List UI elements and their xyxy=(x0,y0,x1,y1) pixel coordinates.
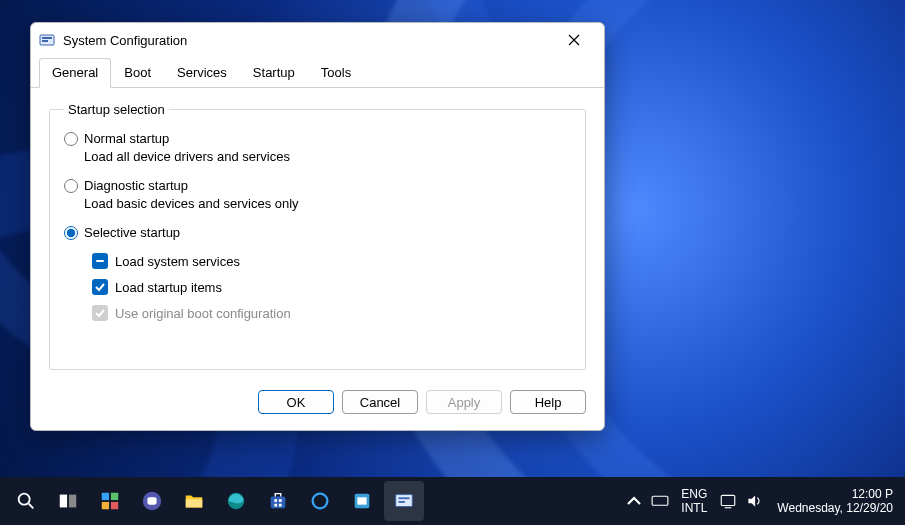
radio-input[interactable] xyxy=(64,179,78,193)
check-use-original-boot: Use original boot configuration xyxy=(92,305,571,321)
widgets-icon[interactable] xyxy=(90,481,130,521)
svg-line-4 xyxy=(29,504,34,509)
keyboard-icon[interactable] xyxy=(651,492,669,510)
radio-diagnostic-startup[interactable]: Diagnostic startup xyxy=(64,178,571,193)
msconfig-taskbar-icon[interactable] xyxy=(384,481,424,521)
startup-selection-group: Startup selection Normal startup Load al… xyxy=(49,102,586,370)
svg-rect-22 xyxy=(357,497,366,504)
radio-input[interactable] xyxy=(64,132,78,146)
store-icon[interactable] xyxy=(258,481,298,521)
radio-desc: Load basic devices and services only xyxy=(84,196,571,211)
svg-rect-24 xyxy=(399,497,410,499)
tab-content: Startup selection Normal startup Load al… xyxy=(31,88,604,380)
button-label: Cancel xyxy=(360,395,400,410)
check-load-startup-items[interactable]: Load startup items xyxy=(92,279,571,295)
app-icon[interactable] xyxy=(342,481,382,521)
group-legend: Startup selection xyxy=(64,102,169,117)
check-label: Use original boot configuration xyxy=(115,306,291,321)
check-label: Load startup items xyxy=(115,280,222,295)
apply-button[interactable]: Apply xyxy=(426,390,502,414)
svg-rect-26 xyxy=(652,497,668,506)
desktop-background: System Configuration General Boot Servic… xyxy=(0,0,905,525)
cancel-button[interactable]: Cancel xyxy=(342,390,418,414)
radio-label: Diagnostic startup xyxy=(84,178,188,193)
tab-label: Tools xyxy=(321,65,351,80)
taskbar: ENG INTL 12:00 P Wednesday, 12/29/20 xyxy=(0,477,905,525)
svg-rect-1 xyxy=(42,37,52,39)
tab-label: Startup xyxy=(253,65,295,80)
cortana-icon[interactable] xyxy=(300,481,340,521)
svg-rect-29 xyxy=(722,495,736,505)
svg-rect-25 xyxy=(399,501,405,503)
radio-selective-startup[interactable]: Selective startup xyxy=(64,225,571,240)
svg-rect-8 xyxy=(111,493,118,500)
svg-rect-13 xyxy=(186,499,203,507)
dialog-button-row: OK Cancel Apply Help xyxy=(31,380,604,430)
radio-desc: Load all device drivers and services xyxy=(84,149,571,164)
msconfig-icon xyxy=(39,32,55,48)
svg-rect-12 xyxy=(147,497,156,504)
svg-point-20 xyxy=(313,494,328,509)
chevron-up-icon[interactable] xyxy=(625,492,643,510)
tab-general[interactable]: General xyxy=(39,58,111,88)
radio-label: Normal startup xyxy=(84,131,169,146)
lang-line2: INTL xyxy=(681,501,707,515)
radio-normal-startup[interactable]: Normal startup xyxy=(64,131,571,146)
svg-rect-15 xyxy=(271,496,286,508)
svg-rect-5 xyxy=(60,495,67,508)
taskbar-left xyxy=(6,481,424,521)
tab-tools[interactable]: Tools xyxy=(308,58,364,88)
window-title: System Configuration xyxy=(63,33,187,48)
button-label: Help xyxy=(535,395,562,410)
network-icon[interactable] xyxy=(719,492,737,510)
task-view-icon[interactable] xyxy=(48,481,88,521)
teams-icon[interactable] xyxy=(132,481,172,521)
language-indicator[interactable]: ENG INTL xyxy=(677,487,711,516)
tab-strip: General Boot Services Startup Tools xyxy=(31,57,604,88)
check-load-system-services[interactable]: Load system services xyxy=(92,253,571,269)
svg-rect-19 xyxy=(279,504,282,507)
tab-label: Boot xyxy=(124,65,151,80)
svg-point-3 xyxy=(19,494,30,505)
help-button[interactable]: Help xyxy=(510,390,586,414)
svg-rect-16 xyxy=(274,499,277,502)
time-text: 12:00 P xyxy=(777,487,893,501)
search-icon[interactable] xyxy=(6,481,46,521)
tab-startup[interactable]: Startup xyxy=(240,58,308,88)
svg-rect-2 xyxy=(42,40,48,42)
clock[interactable]: 12:00 P Wednesday, 12/29/20 xyxy=(771,487,899,516)
date-text: Wednesday, 12/29/20 xyxy=(777,501,893,515)
system-configuration-window: System Configuration General Boot Servic… xyxy=(30,22,605,431)
lang-line1: ENG xyxy=(681,487,707,501)
svg-rect-17 xyxy=(279,499,282,502)
tab-services[interactable]: Services xyxy=(164,58,240,88)
volume-icon[interactable] xyxy=(745,492,763,510)
tab-label: Services xyxy=(177,65,227,80)
svg-rect-9 xyxy=(102,502,109,509)
radio-input[interactable] xyxy=(64,226,78,240)
radio-label: Selective startup xyxy=(84,225,180,240)
checkbox-icon xyxy=(92,279,108,295)
check-label: Load system services xyxy=(115,254,240,269)
close-button[interactable] xyxy=(552,25,596,55)
svg-rect-10 xyxy=(111,502,118,509)
button-label: OK xyxy=(287,395,306,410)
edge-icon[interactable] xyxy=(216,481,256,521)
checkbox-icon xyxy=(92,253,108,269)
svg-rect-23 xyxy=(396,495,413,507)
ok-button[interactable]: OK xyxy=(258,390,334,414)
svg-rect-7 xyxy=(102,493,109,500)
titlebar[interactable]: System Configuration xyxy=(31,23,604,57)
file-explorer-icon[interactable] xyxy=(174,481,214,521)
checkbox-icon xyxy=(92,305,108,321)
tab-label: General xyxy=(52,65,98,80)
svg-rect-6 xyxy=(69,495,76,508)
button-label: Apply xyxy=(448,395,481,410)
taskbar-right: ENG INTL 12:00 P Wednesday, 12/29/20 xyxy=(625,487,899,516)
svg-rect-18 xyxy=(274,504,277,507)
tab-boot[interactable]: Boot xyxy=(111,58,164,88)
